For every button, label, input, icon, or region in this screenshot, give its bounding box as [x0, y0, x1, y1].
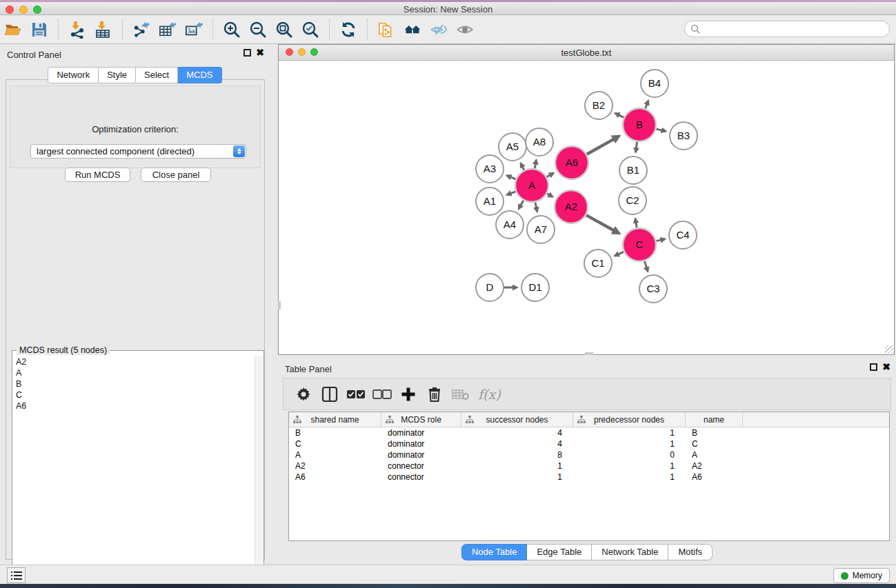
table-row[interactable]: A6connector11A6 — [289, 472, 889, 483]
graph-node-C2[interactable]: C2 — [619, 187, 646, 214]
tab-network[interactable]: Network — [48, 67, 99, 83]
search-input[interactable] — [704, 24, 889, 34]
graph-edge-C-C3[interactable] — [645, 261, 648, 272]
graph-node-A7[interactable]: A7 — [527, 216, 555, 243]
tab-motifs[interactable]: Motifs — [668, 544, 713, 560]
close-panel-icon[interactable]: ✖ — [256, 49, 264, 57]
graph-node-A8[interactable]: A8 — [526, 128, 553, 156]
import-network-icon[interactable] — [68, 21, 86, 39]
graph-node-A4[interactable]: A4 — [496, 211, 524, 239]
graph-node-C4[interactable]: C4 — [669, 221, 697, 249]
result-item[interactable]: A6 — [13, 401, 255, 412]
task-history-button[interactable] — [7, 567, 26, 583]
deselect-all-checkboxes-icon[interactable] — [372, 384, 392, 405]
graph-edge-A-A2[interactable] — [547, 194, 552, 197]
column-header-successor-nodes[interactable]: successor nodes — [461, 412, 573, 427]
graph-edge-A-A1[interactable] — [507, 192, 516, 195]
tab-select[interactable]: Select — [136, 67, 178, 83]
graph-edge-A-A4[interactable] — [519, 201, 524, 209]
graph-edge-A-A3[interactable] — [507, 176, 516, 179]
graph-node-C3[interactable]: C3 — [639, 275, 667, 303]
result-item[interactable]: A2 — [13, 356, 255, 367]
delete-table-icon[interactable] — [450, 384, 471, 405]
open-network-file-icon[interactable] — [377, 21, 395, 39]
graph-edge-B-B2[interactable] — [615, 113, 624, 117]
search-field[interactable] — [684, 21, 890, 37]
tab-network-table[interactable]: Network Table — [592, 544, 668, 560]
float-panel-icon[interactable] — [243, 49, 251, 57]
column-header-shared-name[interactable]: shared name — [289, 412, 381, 427]
hide-selected-icon[interactable] — [430, 21, 448, 39]
select-all-checkboxes-icon[interactable] — [346, 384, 366, 405]
graph-edge-C-C4[interactable] — [656, 239, 665, 241]
column-header-MCDS-role[interactable]: MCDS role — [381, 412, 461, 427]
graph-node-A[interactable]: A — [515, 169, 548, 202]
graph-node-B4[interactable]: B4 — [641, 70, 668, 97]
tab-node-table[interactable]: Node Table — [461, 544, 528, 560]
graph-edge-A6-B[interactable] — [587, 136, 619, 154]
export-network-icon[interactable] — [132, 21, 150, 39]
run-mcds-button[interactable]: Run MCDS — [65, 168, 130, 182]
zoom-out-icon[interactable] — [249, 21, 267, 39]
graph-edge-B-B1[interactable] — [636, 142, 637, 152]
column-header-name[interactable]: name — [686, 412, 743, 427]
graph-node-A6[interactable]: A6 — [555, 146, 588, 179]
graph-edge-B-B4[interactable] — [646, 101, 648, 109]
graph-node-B2[interactable]: B2 — [585, 92, 613, 119]
home-icon[interactable] — [404, 21, 421, 39]
graph-node-D[interactable]: D — [476, 274, 504, 301]
criterion-select[interactable]: largest connected component (directed) — [30, 144, 246, 159]
memory-button[interactable]: Memory — [833, 568, 890, 583]
delete-column-trash-icon[interactable] — [424, 384, 445, 405]
graph-edge-B-B3[interactable] — [656, 129, 666, 131]
graph-node-A1[interactable]: A1 — [476, 187, 504, 215]
zoom-selected-icon[interactable] — [301, 21, 319, 39]
graph-edge-A-A5[interactable] — [521, 163, 524, 170]
open-session-icon[interactable] — [4, 21, 22, 39]
graph-node-A2[interactable]: A2 — [555, 190, 588, 223]
network-window-titlebar[interactable]: testGlobe.txt — [279, 45, 894, 61]
table-row[interactable]: A2connector11A2 — [289, 460, 889, 472]
tab-mcds[interactable]: MCDS — [178, 67, 221, 83]
graph-edge-A-A6[interactable] — [547, 173, 554, 177]
export-table-icon[interactable] — [159, 21, 177, 39]
tab-style[interactable]: Style — [99, 67, 136, 83]
zoom-in-icon[interactable] — [223, 21, 241, 39]
zoom-fit-icon[interactable] — [275, 21, 293, 39]
canvas-scroll-nub[interactable] — [278, 301, 281, 310]
function-builder-icon[interactable]: f(x) — [478, 387, 501, 402]
close-panel-button[interactable]: Close panel — [141, 168, 211, 182]
add-column-icon[interactable] — [398, 384, 419, 405]
table-row[interactable]: Bdominator41B — [289, 427, 889, 438]
refresh-icon[interactable] — [339, 21, 357, 39]
graph-edge-A-A8[interactable] — [535, 160, 536, 168]
result-item[interactable]: C — [13, 389, 255, 401]
show-all-icon[interactable] — [456, 21, 474, 39]
graph-node-A3[interactable]: A3 — [476, 155, 504, 183]
result-scrollbar[interactable] — [255, 356, 263, 583]
column-header-predecessor-nodes[interactable]: predecessor nodes — [573, 412, 686, 427]
import-table-icon[interactable] — [94, 21, 112, 39]
save-session-icon[interactable] — [30, 21, 48, 39]
canvas-scroll-nub[interactable] — [585, 352, 593, 355]
graph-node-B1[interactable]: B1 — [619, 156, 647, 184]
table-options-gear-icon[interactable] — [293, 384, 314, 405]
graph-node-D1[interactable]: D1 — [521, 274, 549, 301]
graph-node-B[interactable]: B — [623, 108, 656, 141]
float-panel-icon[interactable] — [870, 363, 877, 371]
result-item[interactable]: B — [13, 378, 255, 389]
table-row[interactable]: Cdominator41C — [289, 438, 889, 449]
table-row[interactable]: Adominator80A — [289, 449, 889, 460]
export-image-icon[interactable] — [185, 21, 203, 39]
result-item[interactable]: A — [13, 367, 255, 378]
split-panel-icon[interactable] — [319, 384, 340, 405]
graph-node-A5[interactable]: A5 — [499, 133, 526, 161]
graph-node-C[interactable]: C — [623, 228, 656, 261]
graph-edge-C-C2[interactable] — [635, 219, 637, 227]
window-resize-grip[interactable] — [885, 345, 893, 354]
graph-edge-A2-C[interactable] — [586, 215, 619, 233]
graph-edge-C-C1[interactable] — [615, 252, 624, 256]
close-panel-icon[interactable]: ✖ — [882, 363, 890, 371]
graph-node-B3[interactable]: B3 — [670, 122, 697, 150]
tab-edge-table[interactable]: Edge Table — [527, 544, 592, 560]
